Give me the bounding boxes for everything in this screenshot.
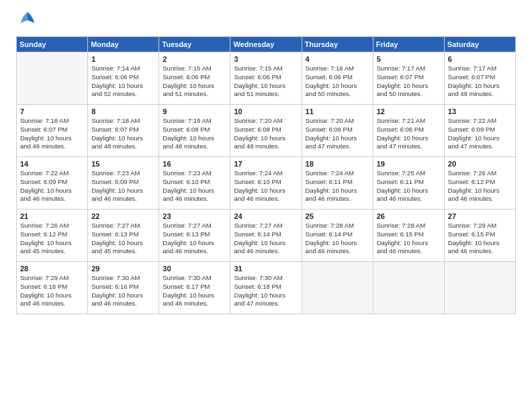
day-info: Sunrise: 7:30 AMSunset: 6:16 PMDaylight:… [91,274,155,308]
day-number: 8 [91,107,155,116]
day-number: 25 [306,212,369,220]
day-info: Sunrise: 7:16 AMSunset: 6:06 PMDaylight:… [306,64,369,99]
day-info: Sunrise: 7:23 AMSunset: 6:10 PMDaylight:… [163,169,226,203]
calendar-cell: 2Sunrise: 7:15 AMSunset: 6:06 PMDaylight… [159,52,230,105]
calendar-cell: 27Sunrise: 7:29 AMSunset: 6:15 PMDayligh… [444,210,515,262]
day-info: Sunrise: 7:23 AMSunset: 6:09 PMDaylight:… [91,169,155,203]
day-number: 9 [163,107,226,116]
day-number: 24 [234,212,298,220]
calendar-cell: 11Sunrise: 7:20 AMSunset: 6:08 PMDayligh… [302,105,373,157]
logo [16,13,37,28]
calendar-cell: 29Sunrise: 7:30 AMSunset: 6:16 PMDayligh… [88,262,159,314]
calendar-cell [302,262,373,314]
day-info: Sunrise: 7:18 AMSunset: 6:07 PMDaylight:… [20,117,84,151]
day-info: Sunrise: 7:27 AMSunset: 6:14 PMDaylight:… [234,222,298,256]
calendar-cell: 5Sunrise: 7:17 AMSunset: 6:07 PMDaylight… [373,52,444,105]
calendar-cell: 7Sunrise: 7:18 AMSunset: 6:07 PMDaylight… [17,105,88,157]
weekday-sunday: Sunday [17,37,88,52]
calendar-cell: 17Sunrise: 7:24 AMSunset: 6:10 PMDayligh… [230,157,302,210]
day-info: Sunrise: 7:30 AMSunset: 6:18 PMDaylight:… [234,274,298,308]
calendar-cell: 12Sunrise: 7:21 AMSunset: 6:08 PMDayligh… [373,105,444,157]
calendar-cell: 1Sunrise: 7:14 AMSunset: 6:06 PMDaylight… [88,52,159,105]
weekday-monday: Monday [88,37,159,52]
day-number: 16 [163,160,226,168]
day-info: Sunrise: 7:26 AMSunset: 6:12 PMDaylight:… [20,222,84,256]
weekday-tuesday: Tuesday [159,37,230,52]
calendar-cell: 18Sunrise: 7:24 AMSunset: 6:11 PMDayligh… [302,157,373,210]
day-number: 14 [20,160,84,168]
calendar-cell: 16Sunrise: 7:23 AMSunset: 6:10 PMDayligh… [159,157,230,210]
day-number: 21 [20,212,84,220]
calendar-cell [373,262,444,314]
day-number: 13 [448,107,512,116]
calendar-cell: 26Sunrise: 7:28 AMSunset: 6:15 PMDayligh… [373,210,444,262]
calendar-cell: 20Sunrise: 7:26 AMSunset: 6:12 PMDayligh… [444,157,515,210]
day-number: 20 [448,160,512,168]
day-info: Sunrise: 7:29 AMSunset: 6:15 PMDaylight:… [448,222,512,256]
day-info: Sunrise: 7:20 AMSunset: 6:08 PMDaylight:… [234,117,298,151]
day-number: 19 [377,160,441,168]
calendar-table: SundayMondayTuesdayWednesdayThursdayFrid… [16,36,516,314]
calendar-cell: 13Sunrise: 7:22 AMSunset: 6:09 PMDayligh… [444,105,515,157]
day-info: Sunrise: 7:17 AMSunset: 6:07 PMDaylight:… [448,64,512,99]
weekday-friday: Friday [373,37,444,52]
day-number: 6 [448,55,512,63]
weekday-saturday: Saturday [444,37,515,52]
calendar-cell: 14Sunrise: 7:22 AMSunset: 6:09 PMDayligh… [17,157,88,210]
day-number: 31 [234,265,298,273]
header [16,13,516,28]
calendar-cell: 23Sunrise: 7:27 AMSunset: 6:13 PMDayligh… [159,210,230,262]
day-number: 3 [234,55,298,63]
day-info: Sunrise: 7:22 AMSunset: 6:09 PMDaylight:… [20,169,84,203]
day-info: Sunrise: 7:27 AMSunset: 6:13 PMDaylight:… [91,222,155,256]
day-info: Sunrise: 7:19 AMSunset: 6:08 PMDaylight:… [163,117,226,151]
day-number: 30 [163,265,226,273]
day-info: Sunrise: 7:15 AMSunset: 6:06 PMDaylight:… [234,64,298,99]
week-row-5: 28Sunrise: 7:29 AMSunset: 6:16 PMDayligh… [17,262,516,314]
logo-icon [18,9,37,28]
day-info: Sunrise: 7:29 AMSunset: 6:16 PMDaylight:… [20,274,84,308]
day-info: Sunrise: 7:28 AMSunset: 6:14 PMDaylight:… [306,222,369,256]
day-info: Sunrise: 7:22 AMSunset: 6:09 PMDaylight:… [448,117,512,151]
calendar-cell: 22Sunrise: 7:27 AMSunset: 6:13 PMDayligh… [88,210,159,262]
week-row-2: 7Sunrise: 7:18 AMSunset: 6:07 PMDaylight… [17,105,516,157]
calendar-body: 1Sunrise: 7:14 AMSunset: 6:06 PMDaylight… [17,52,516,314]
page: SundayMondayTuesdayWednesdayThursdayFrid… [0,0,532,411]
calendar-cell: 28Sunrise: 7:29 AMSunset: 6:16 PMDayligh… [17,262,88,314]
calendar-cell [444,262,515,314]
day-info: Sunrise: 7:30 AMSunset: 6:17 PMDaylight:… [163,274,226,308]
calendar-cell: 24Sunrise: 7:27 AMSunset: 6:14 PMDayligh… [230,210,302,262]
day-number: 17 [234,160,298,168]
day-info: Sunrise: 7:28 AMSunset: 6:15 PMDaylight:… [377,222,441,256]
day-info: Sunrise: 7:24 AMSunset: 6:10 PMDaylight:… [234,169,298,203]
day-info: Sunrise: 7:25 AMSunset: 6:11 PMDaylight:… [377,169,441,203]
calendar-cell: 6Sunrise: 7:17 AMSunset: 6:07 PMDaylight… [444,52,515,105]
day-number: 29 [91,265,155,273]
day-number: 22 [91,212,155,220]
day-info: Sunrise: 7:14 AMSunset: 6:06 PMDaylight:… [91,64,155,99]
day-number: 2 [163,55,226,63]
calendar-cell: 31Sunrise: 7:30 AMSunset: 6:18 PMDayligh… [230,262,302,314]
weekday-thursday: Thursday [302,37,373,52]
day-number: 15 [91,160,155,168]
day-info: Sunrise: 7:15 AMSunset: 6:06 PMDaylight:… [163,64,226,99]
calendar-cell: 25Sunrise: 7:28 AMSunset: 6:14 PMDayligh… [302,210,373,262]
day-number: 12 [377,107,441,116]
day-info: Sunrise: 7:20 AMSunset: 6:08 PMDaylight:… [306,117,369,151]
calendar-cell: 9Sunrise: 7:19 AMSunset: 6:08 PMDaylight… [159,105,230,157]
day-number: 4 [306,55,369,63]
day-info: Sunrise: 7:17 AMSunset: 6:07 PMDaylight:… [377,64,441,99]
day-number: 27 [448,212,512,220]
day-number: 1 [91,55,155,63]
day-number: 10 [234,107,298,116]
day-number: 11 [306,107,369,116]
calendar-cell: 19Sunrise: 7:25 AMSunset: 6:11 PMDayligh… [373,157,444,210]
day-number: 5 [377,55,441,63]
calendar-cell [17,52,88,105]
calendar-cell: 4Sunrise: 7:16 AMSunset: 6:06 PMDaylight… [302,52,373,105]
calendar-cell: 21Sunrise: 7:26 AMSunset: 6:12 PMDayligh… [17,210,88,262]
day-number: 18 [306,160,369,168]
calendar-cell: 3Sunrise: 7:15 AMSunset: 6:06 PMDaylight… [230,52,302,105]
day-info: Sunrise: 7:24 AMSunset: 6:11 PMDaylight:… [306,169,369,203]
day-info: Sunrise: 7:27 AMSunset: 6:13 PMDaylight:… [163,222,226,256]
